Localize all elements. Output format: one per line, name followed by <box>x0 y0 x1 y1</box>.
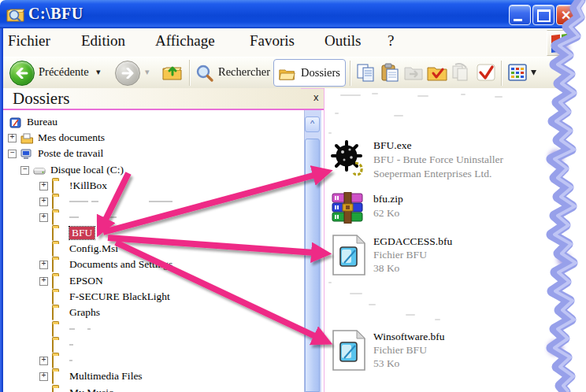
menu-affichage[interactable]: Affichage <box>155 32 215 50</box>
explorer-folder-icon <box>6 6 25 23</box>
file-name[interactable]: BFU.exe <box>373 139 411 152</box>
erased-text-mark <box>149 201 172 202</box>
tree-label: Config.Msi <box>69 242 118 255</box>
expand-minus-icon[interactable]: − <box>8 150 17 158</box>
folder-icon <box>52 372 65 382</box>
close-button[interactable]: ✕ <box>556 5 580 25</box>
history-icon[interactable] <box>451 63 471 82</box>
folders-panel-title: Dossiers <box>13 89 69 109</box>
folder-tree: Bureau + Mes documents − Poste de travai… <box>3 110 304 392</box>
tree-label: Mes documents <box>38 131 105 144</box>
my-documents-icon <box>20 133 33 143</box>
views-icon[interactable] <box>507 63 528 82</box>
expand-plus-icon[interactable]: + <box>39 182 48 190</box>
file-type: Fichier BFU <box>373 249 427 261</box>
tree-item-redacted[interactable]: + <box>39 194 176 209</box>
copy-icon[interactable] <box>356 63 376 82</box>
expand-plus-icon[interactable]: + <box>8 134 17 142</box>
tree-item-documents-and-settings[interactable]: + Documents and Settings <box>39 257 172 272</box>
folders-panel-header: Dossiers x <box>3 88 324 110</box>
back-button[interactable] <box>9 61 35 86</box>
menu-outils[interactable]: Outils <box>325 32 361 50</box>
folders-icon <box>279 64 295 83</box>
tree-item-bureau[interactable]: Bureau <box>9 114 57 130</box>
bfu-document-icon <box>332 235 366 276</box>
erased-text-mark <box>69 201 88 202</box>
maximize-button[interactable] <box>532 5 554 25</box>
folders-panel-close-icon[interactable]: x <box>313 91 319 103</box>
tree-label: EPSON <box>69 275 103 287</box>
check-icon[interactable] <box>476 63 496 82</box>
tree-item-redacted[interactable] <box>39 337 76 353</box>
tree-label: Disque local (C:) <box>50 164 124 176</box>
folder-icon <box>52 356 65 366</box>
folder-icon <box>52 308 65 318</box>
folder-icon <box>52 388 65 392</box>
tree-item-bfu[interactable]: BFU <box>39 225 95 241</box>
expand-plus-icon[interactable]: + <box>39 261 48 269</box>
file-name[interactable]: bfu.zip <box>373 193 403 205</box>
folders-label: Dossiers <box>301 66 340 80</box>
minimize-icon <box>514 19 522 21</box>
tree-item-config-msi[interactable]: Config.Msi <box>39 241 118 257</box>
file-name[interactable]: EGDACCESS.bfu <box>373 235 452 248</box>
expand-minus-icon[interactable]: − <box>20 166 29 175</box>
menu-favoris[interactable]: Favoris <box>250 32 295 50</box>
erased-text-mark <box>102 216 117 218</box>
folders-button[interactable]: Dossiers <box>273 59 346 87</box>
expand-plus-icon[interactable]: + <box>39 198 48 206</box>
scroll-up-button[interactable]: ^ <box>305 116 320 132</box>
search-label[interactable]: Rechercher <box>218 65 270 79</box>
tree-item-redacted[interactable]: + <box>39 209 120 225</box>
move-to-icon[interactable] <box>403 63 424 82</box>
tree-item-killbox[interactable]: + !KillBox <box>39 178 107 194</box>
file-list-pane: BFU.exe BFU - Brute Force Uninstaller So… <box>325 88 586 392</box>
up-folder-icon[interactable] <box>162 62 183 81</box>
expand-plus-icon[interactable]: + <box>39 213 48 222</box>
tree-item-redacted[interactable] <box>39 321 94 337</box>
forward-arrow-icon <box>121 68 134 79</box>
tree-item-disque-local-c[interactable]: − Disque local (C:) <box>20 162 124 178</box>
folder-icon <box>52 213 65 223</box>
menu-aide[interactable]: ? <box>388 32 394 50</box>
tree-item-poste-de-travail[interactable]: − Poste de travail <box>8 146 103 161</box>
tree-label: Poste de travail <box>38 147 103 160</box>
folder-icon <box>52 340 65 350</box>
tree-item-epson[interactable]: + EPSON <box>39 273 103 289</box>
back-label[interactable]: Précédente <box>39 65 89 79</box>
menu-fichier[interactable]: Fichier <box>8 32 50 50</box>
tree-item-redacted[interactable]: + <box>39 353 76 368</box>
tree-label: Documents and Settings <box>69 258 172 271</box>
forward-button[interactable] <box>115 61 140 86</box>
tree-item-multimedia-files[interactable]: + Multimedia Files <box>39 368 143 384</box>
search-icon[interactable] <box>195 64 214 83</box>
back-dropdown-icon[interactable]: ▾ <box>96 67 101 77</box>
tree-item-graphs[interactable]: Graphs <box>39 305 100 320</box>
folder-check-icon[interactable] <box>427 63 447 82</box>
tree-label: F-SECURE BlackLight <box>69 290 170 303</box>
erased-text-mark <box>69 216 79 218</box>
folder-icon <box>52 260 65 270</box>
window-title: C:\BFU <box>28 5 83 23</box>
title-bar[interactable]: C:\BFU ✕ <box>0 0 586 28</box>
minimize-button[interactable] <box>509 5 531 25</box>
scrollbar-thumb[interactable] <box>305 139 320 392</box>
expand-plus-icon[interactable]: + <box>39 372 48 381</box>
menu-edition[interactable]: Edition <box>81 32 125 50</box>
tree-item-my-music[interactable]: My Music <box>39 385 113 392</box>
explorer-window: C:\BFU ✕ Fichier Edition Affichage Favor… <box>0 0 586 392</box>
expand-plus-icon[interactable]: + <box>39 357 48 365</box>
folder-icon <box>52 244 65 254</box>
file-type: Fichier BFU <box>373 344 427 357</box>
paste-icon[interactable] <box>380 63 400 82</box>
forward-dropdown-icon[interactable]: ▾ <box>145 67 150 77</box>
views-dropdown-icon[interactable]: ▾ <box>531 65 536 79</box>
folder-icon <box>52 324 65 335</box>
file-name[interactable]: Winsoftware.bfu <box>373 331 445 343</box>
hard-drive-icon <box>33 165 46 176</box>
winrar-archive-icon <box>331 192 365 224</box>
erased-text-mark <box>69 344 73 346</box>
tree-item-fsecure-blacklight[interactable]: F-SECURE BlackLight <box>39 289 170 305</box>
expand-plus-icon[interactable]: + <box>39 277 48 286</box>
tree-item-mes-documents[interactable]: + Mes documents <box>8 130 105 146</box>
